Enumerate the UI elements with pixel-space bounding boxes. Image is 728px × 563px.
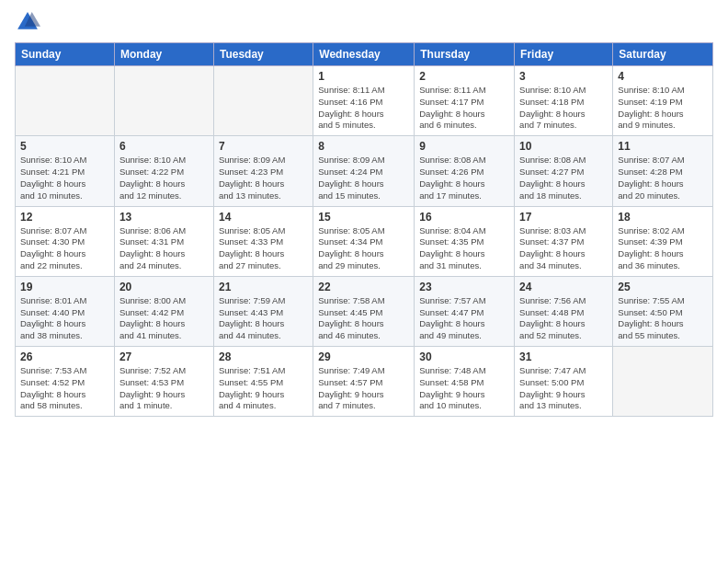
day-info: Sunrise: 8:08 AM Sunset: 4:27 PM Dayligh…: [519, 155, 608, 201]
day-info: Sunrise: 8:09 AM Sunset: 4:24 PM Dayligh…: [318, 155, 409, 201]
calendar-day-cell: [114, 66, 213, 136]
day-info: Sunrise: 7:58 AM Sunset: 4:45 PM Dayligh…: [318, 295, 409, 342]
calendar-day-cell: 27Sunrise: 7:52 AM Sunset: 4:53 PM Dayli…: [114, 347, 213, 417]
calendar-day-cell: [613, 347, 713, 417]
calendar-week-row: 19Sunrise: 8:01 AM Sunset: 4:40 PM Dayli…: [16, 276, 713, 346]
calendar-day-cell: 5Sunrise: 8:10 AM Sunset: 4:21 PM Daylig…: [16, 136, 115, 206]
calendar-day-cell: 10Sunrise: 8:08 AM Sunset: 4:27 PM Dayli…: [515, 136, 613, 206]
day-info: Sunrise: 7:57 AM Sunset: 4:47 PM Dayligh…: [419, 295, 509, 342]
day-number: 19: [20, 281, 109, 293]
day-info: Sunrise: 7:55 AM Sunset: 4:50 PM Dayligh…: [618, 295, 708, 342]
day-info: Sunrise: 8:09 AM Sunset: 4:23 PM Dayligh…: [219, 155, 308, 201]
day-number: 17: [519, 211, 608, 224]
day-number: 18: [618, 211, 708, 224]
day-number: 29: [318, 350, 409, 363]
calendar-header-cell: Sunday: [16, 43, 115, 66]
calendar-header-row: SundayMondayTuesdayWednesdayThursdayFrid…: [16, 43, 713, 66]
calendar-day-cell: 7Sunrise: 8:09 AM Sunset: 4:23 PM Daylig…: [213, 136, 313, 206]
day-number: 23: [419, 281, 509, 293]
day-info: Sunrise: 8:10 AM Sunset: 4:22 PM Dayligh…: [119, 155, 209, 201]
day-info: Sunrise: 8:07 AM Sunset: 4:28 PM Dayligh…: [618, 155, 708, 201]
calendar-day-cell: 4Sunrise: 8:10 AM Sunset: 4:19 PM Daylig…: [613, 66, 713, 136]
calendar-day-cell: 28Sunrise: 7:51 AM Sunset: 4:55 PM Dayli…: [213, 347, 313, 417]
header: [15, 9, 713, 35]
calendar-day-cell: 6Sunrise: 8:10 AM Sunset: 4:22 PM Daylig…: [114, 136, 213, 206]
day-number: 15: [318, 211, 409, 224]
calendar-day-cell: 11Sunrise: 8:07 AM Sunset: 4:28 PM Dayli…: [613, 136, 713, 206]
calendar-day-cell: 12Sunrise: 8:07 AM Sunset: 4:30 PM Dayli…: [16, 206, 115, 276]
calendar-day-cell: 13Sunrise: 8:06 AM Sunset: 4:31 PM Dayli…: [114, 206, 213, 276]
calendar-day-cell: [16, 66, 115, 136]
day-number: 12: [20, 211, 109, 224]
calendar-day-cell: 19Sunrise: 8:01 AM Sunset: 4:40 PM Dayli…: [16, 276, 115, 346]
day-info: Sunrise: 8:04 AM Sunset: 4:35 PM Dayligh…: [419, 225, 509, 272]
day-number: 1: [318, 70, 409, 83]
calendar-day-cell: 20Sunrise: 8:00 AM Sunset: 4:42 PM Dayli…: [114, 276, 213, 346]
day-number: 30: [419, 350, 509, 363]
day-info: Sunrise: 7:51 AM Sunset: 4:55 PM Dayligh…: [219, 365, 308, 412]
calendar-day-cell: 14Sunrise: 8:05 AM Sunset: 4:33 PM Dayli…: [213, 206, 313, 276]
day-number: 13: [119, 211, 209, 224]
day-number: 11: [618, 140, 708, 153]
calendar-week-row: 26Sunrise: 7:53 AM Sunset: 4:52 PM Dayli…: [16, 347, 713, 417]
day-number: 25: [618, 281, 708, 293]
calendar-day-cell: 29Sunrise: 7:49 AM Sunset: 4:57 PM Dayli…: [313, 347, 415, 417]
calendar-day-cell: 15Sunrise: 8:05 AM Sunset: 4:34 PM Dayli…: [313, 206, 415, 276]
day-number: 16: [419, 211, 509, 224]
logo: [15, 9, 44, 35]
calendar-header-cell: Saturday: [613, 43, 713, 66]
calendar-day-cell: 1Sunrise: 8:11 AM Sunset: 4:16 PM Daylig…: [313, 66, 415, 136]
calendar-header-cell: Tuesday: [213, 43, 313, 66]
day-info: Sunrise: 7:52 AM Sunset: 4:53 PM Dayligh…: [119, 365, 209, 412]
calendar-week-row: 12Sunrise: 8:07 AM Sunset: 4:30 PM Dayli…: [16, 206, 713, 276]
day-number: 10: [519, 140, 608, 153]
day-info: Sunrise: 8:03 AM Sunset: 4:37 PM Dayligh…: [519, 225, 608, 272]
day-number: 22: [318, 281, 409, 293]
main-container: SundayMondayTuesdayWednesdayThursdayFrid…: [0, 0, 728, 426]
calendar-day-cell: 17Sunrise: 8:03 AM Sunset: 4:37 PM Dayli…: [515, 206, 613, 276]
day-info: Sunrise: 8:10 AM Sunset: 4:21 PM Dayligh…: [20, 155, 109, 201]
calendar-day-cell: 22Sunrise: 7:58 AM Sunset: 4:45 PM Dayli…: [313, 276, 415, 346]
day-info: Sunrise: 8:05 AM Sunset: 4:33 PM Dayligh…: [219, 225, 308, 272]
calendar-body: 1Sunrise: 8:11 AM Sunset: 4:16 PM Daylig…: [16, 66, 713, 417]
day-info: Sunrise: 8:06 AM Sunset: 4:31 PM Dayligh…: [119, 225, 209, 272]
day-info: Sunrise: 7:56 AM Sunset: 4:48 PM Dayligh…: [519, 295, 608, 342]
calendar-day-cell: 21Sunrise: 7:59 AM Sunset: 4:43 PM Dayli…: [213, 276, 313, 346]
calendar-day-cell: 31Sunrise: 7:47 AM Sunset: 5:00 PM Dayli…: [515, 347, 613, 417]
day-info: Sunrise: 8:07 AM Sunset: 4:30 PM Dayligh…: [20, 225, 109, 272]
day-number: 6: [119, 140, 209, 153]
day-info: Sunrise: 7:47 AM Sunset: 5:00 PM Dayligh…: [519, 365, 608, 412]
day-info: Sunrise: 8:01 AM Sunset: 4:40 PM Dayligh…: [20, 295, 109, 342]
calendar-day-cell: [213, 66, 313, 136]
calendar-day-cell: 30Sunrise: 7:48 AM Sunset: 4:58 PM Dayli…: [415, 347, 515, 417]
day-number: 9: [419, 140, 509, 153]
day-number: 24: [519, 281, 608, 293]
day-number: 2: [419, 70, 509, 83]
day-info: Sunrise: 8:08 AM Sunset: 4:26 PM Dayligh…: [419, 155, 509, 201]
calendar-day-cell: 16Sunrise: 8:04 AM Sunset: 4:35 PM Dayli…: [415, 206, 515, 276]
calendar-table: SundayMondayTuesdayWednesdayThursdayFrid…: [15, 42, 713, 417]
day-info: Sunrise: 7:59 AM Sunset: 4:43 PM Dayligh…: [219, 295, 308, 342]
calendar-header-cell: Monday: [114, 43, 213, 66]
day-number: 26: [20, 350, 109, 363]
calendar-day-cell: 9Sunrise: 8:08 AM Sunset: 4:26 PM Daylig…: [415, 136, 515, 206]
day-info: Sunrise: 8:11 AM Sunset: 4:17 PM Dayligh…: [419, 85, 509, 132]
calendar-week-row: 1Sunrise: 8:11 AM Sunset: 4:16 PM Daylig…: [16, 66, 713, 136]
day-info: Sunrise: 8:02 AM Sunset: 4:39 PM Dayligh…: [618, 225, 708, 272]
day-info: Sunrise: 8:10 AM Sunset: 4:19 PM Dayligh…: [618, 85, 708, 132]
day-info: Sunrise: 8:05 AM Sunset: 4:34 PM Dayligh…: [318, 225, 409, 272]
calendar-day-cell: 23Sunrise: 7:57 AM Sunset: 4:47 PM Dayli…: [415, 276, 515, 346]
day-number: 8: [318, 140, 409, 153]
day-info: Sunrise: 7:48 AM Sunset: 4:58 PM Dayligh…: [419, 365, 509, 412]
calendar-day-cell: 25Sunrise: 7:55 AM Sunset: 4:50 PM Dayli…: [613, 276, 713, 346]
day-info: Sunrise: 8:10 AM Sunset: 4:18 PM Dayligh…: [519, 85, 608, 132]
calendar-day-cell: 2Sunrise: 8:11 AM Sunset: 4:17 PM Daylig…: [415, 66, 515, 136]
day-number: 27: [119, 350, 209, 363]
calendar-header-cell: Friday: [515, 43, 613, 66]
day-number: 3: [519, 70, 608, 83]
day-info: Sunrise: 7:53 AM Sunset: 4:52 PM Dayligh…: [20, 365, 109, 412]
day-info: Sunrise: 8:11 AM Sunset: 4:16 PM Dayligh…: [318, 85, 409, 132]
day-number: 28: [219, 350, 308, 363]
calendar-day-cell: 24Sunrise: 7:56 AM Sunset: 4:48 PM Dayli…: [515, 276, 613, 346]
day-number: 31: [519, 350, 608, 363]
